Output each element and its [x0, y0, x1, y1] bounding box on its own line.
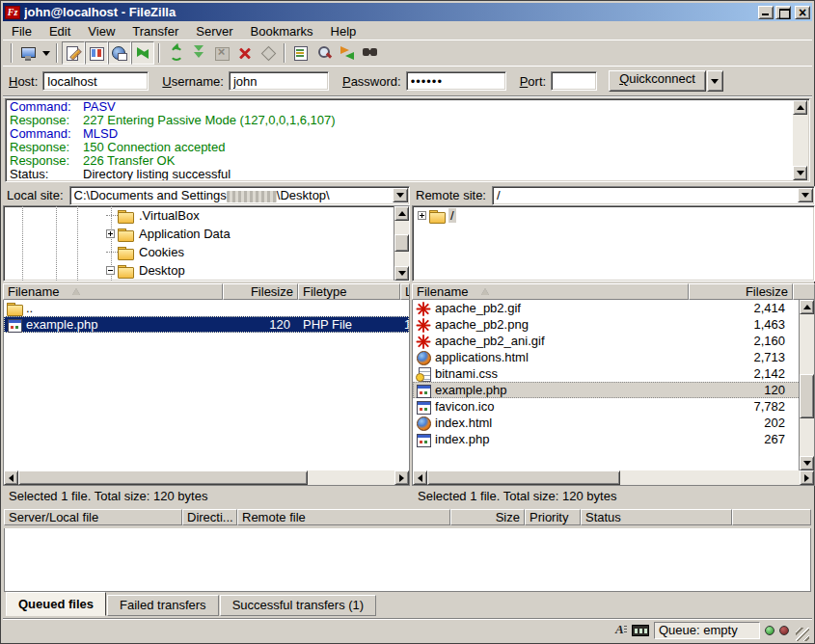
sort-ascending-icon — [481, 288, 489, 295]
directory-comparison-button[interactable] — [312, 41, 336, 65]
remote-list-body: apache_pb2.gif 2,414 apache_pb2.png 1,46… — [412, 300, 815, 470]
file-row[interactable]: index.html 202 — [413, 415, 814, 431]
window-title: john@localhost - FileZilla — [24, 5, 758, 19]
scroll-right-button[interactable] — [394, 470, 409, 485]
filezilla-window: john@localhost - FileZilla File Edit Vie… — [0, 0, 815, 644]
file-row[interactable]: apache_pb2.png 1,463 — [413, 316, 814, 333]
cancel-operation-button[interactable] — [210, 41, 233, 65]
close-button[interactable] — [795, 6, 810, 19]
column-header-filetype[interactable]: Filetype — [298, 283, 400, 300]
expand-icon[interactable] — [106, 229, 115, 238]
remote-horizontal-scrollbar[interactable] — [412, 470, 815, 486]
file-row[interactable]: favicon.ico 7,782 — [413, 398, 814, 415]
folder-icon — [7, 302, 23, 315]
quickconnect-dropdown-button[interactable] — [707, 70, 723, 92]
host-input[interactable] — [42, 71, 149, 91]
collapse-icon[interactable] — [106, 266, 115, 275]
scroll-up-button[interactable] — [793, 100, 807, 115]
column-header-status[interactable]: Status — [581, 509, 732, 525]
scroll-down-button[interactable] — [394, 266, 409, 281]
scroll-left-button[interactable] — [4, 470, 18, 485]
menu-view[interactable]: View — [79, 23, 123, 40]
column-header-filename[interactable]: Filename — [3, 283, 223, 300]
scroll-up-button[interactable] — [394, 206, 409, 221]
file-row-updir[interactable]: .. — [4, 300, 409, 316]
scroll-right-button[interactable] — [800, 470, 814, 485]
menu-bookmarks[interactable]: Bookmarks — [242, 23, 322, 40]
synchronized-browsing-button[interactable] — [336, 41, 359, 65]
scrollbar-thumb[interactable] — [394, 234, 409, 252]
local-site-combobox[interactable]: C:\Documents and Settings\Desktop\ — [69, 186, 410, 205]
file-row[interactable]: bitnami.css 2,142 — [413, 365, 814, 382]
process-queue-button[interactable] — [187, 41, 210, 65]
column-header-remote-file[interactable]: Remote file — [237, 509, 450, 525]
column-header-filename[interactable]: Filename — [412, 283, 689, 300]
tree-item-cookies[interactable]: Cookies — [4, 243, 409, 261]
file-row[interactable]: apache_pb2.gif 2,414 — [413, 300, 814, 316]
scroll-down-button[interactable] — [800, 456, 814, 470]
site-manager-button[interactable] — [16, 41, 40, 65]
column-header-filesize[interactable]: Filesize — [223, 283, 298, 300]
tree-item-root[interactable]: / — [413, 206, 814, 225]
scrollbar-thumb[interactable] — [800, 374, 814, 418]
find-files-button[interactable] — [359, 41, 382, 65]
menu-server[interactable]: Server — [187, 23, 241, 40]
scroll-left-button[interactable] — [413, 470, 427, 485]
password-input[interactable] — [406, 71, 506, 91]
site-manager-dropdown-button[interactable] — [40, 42, 52, 64]
log-line: Command:PASV — [10, 100, 792, 114]
tree-item-application-data[interactable]: Application Data — [4, 225, 409, 243]
column-header-direction[interactable]: Directi... — [182, 509, 237, 525]
filter-button[interactable] — [289, 41, 312, 65]
username-input[interactable] — [229, 71, 329, 91]
tree-item-desktop[interactable]: Desktop — [4, 261, 409, 280]
toggle-message-log-button[interactable] — [62, 41, 85, 65]
password-label: Password: — [342, 74, 401, 89]
local-tree-scrollbar[interactable] — [394, 206, 409, 281]
column-header-last-modified[interactable]: L — [400, 283, 410, 300]
reconnect-button[interactable] — [257, 41, 280, 65]
local-site-dropdown-button[interactable] — [393, 188, 408, 202]
tab-failed-transfers[interactable]: Failed transfers — [107, 595, 219, 616]
port-input[interactable] — [551, 71, 597, 91]
tab-successful-transfers[interactable]: Successful transfers (1) — [220, 595, 377, 616]
file-row[interactable]: index.php 267 — [413, 431, 814, 447]
menu-edit[interactable]: Edit — [41, 23, 79, 40]
maximize-button[interactable] — [775, 6, 791, 19]
column-header-filesize[interactable]: Filesize — [689, 283, 793, 300]
remote-site-dropdown-button[interactable] — [798, 188, 813, 202]
remote-site-combobox[interactable]: / — [492, 186, 815, 205]
remote-list-scrollbar[interactable] — [799, 300, 814, 470]
message-log: Command:PASV Response:227 Entering Passi… — [5, 98, 810, 182]
quickconnect-button[interactable]: Quickconnect — [609, 70, 706, 92]
toggle-local-tree-button[interactable] — [85, 41, 108, 65]
scroll-up-button[interactable] — [800, 300, 814, 314]
refresh-button[interactable] — [164, 41, 187, 65]
title-bar[interactable]: john@localhost - FileZilla — [3, 3, 812, 21]
minimize-button[interactable] — [758, 6, 774, 19]
menu-help[interactable]: Help — [322, 23, 366, 40]
toggle-remote-tree-button[interactable] — [108, 41, 131, 65]
file-row[interactable]: applications.html 2,713 — [413, 349, 814, 365]
resize-grip[interactable] — [796, 628, 809, 641]
file-row-example-php[interactable]: example.php 120 PHP File 1 — [4, 316, 409, 333]
column-header-priority[interactable]: Priority — [525, 509, 581, 525]
column-header-server-local-file[interactable]: Server/Local file — [4, 509, 182, 525]
scrollbar-thumb[interactable] — [18, 470, 308, 485]
column-header-size[interactable]: Size — [450, 509, 525, 525]
log-scrollbar[interactable] — [793, 100, 808, 180]
scrollbar-thumb[interactable] — [427, 470, 620, 485]
menu-transfer[interactable]: Transfer — [123, 23, 187, 40]
file-row-example-php[interactable]: example.php 120 — [413, 382, 814, 398]
local-horizontal-scrollbar[interactable] — [3, 470, 410, 486]
file-row[interactable]: apache_pb2_ani.gif 2,160 — [413, 333, 814, 349]
expand-icon[interactable] — [418, 211, 426, 220]
disconnect-button[interactable] — [233, 41, 257, 65]
scroll-down-button[interactable] — [793, 166, 807, 180]
quickconnect-bar: Host: Username: Password: Port: Quickcon… — [3, 67, 812, 96]
speed-limits-icon[interactable] — [632, 625, 649, 636]
tab-queued-files[interactable]: Queued files — [6, 592, 106, 616]
menu-file[interactable]: File — [3, 23, 41, 40]
tree-item-virtualbox[interactable]: .VirtualBox — [4, 206, 409, 225]
toggle-transfer-queue-button[interactable] — [131, 41, 154, 65]
